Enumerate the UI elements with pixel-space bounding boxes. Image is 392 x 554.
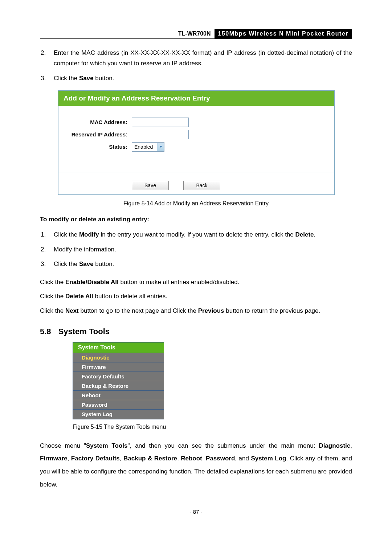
text-fragment: button to go to the next page and Click … [79,307,198,314]
header-rule [40,29,175,39]
menu-item-backup-restore[interactable]: Backup & Restore [73,381,164,391]
text-fragment: Choose menu " [40,442,86,449]
figure-5-14-box: Add or Modify an Address Reservation Ent… [58,90,335,195]
text-fragment: , [68,455,71,462]
text-fragment: button. [94,260,114,267]
section-number: 5.8 [40,327,51,336]
bold-factory-defaults: Factory Defaults [71,455,120,462]
text-fragment: button to delete all entries. [93,293,167,300]
list-number: 2. [41,48,54,69]
text-fragment: Click the [40,279,65,286]
mac-address-label: MAC Address: [58,119,132,125]
text-fragment: . [314,231,316,238]
product-model: TL-WR700N [175,29,215,39]
menu-item-diagnostic[interactable]: Diagnostic [73,353,164,362]
list-text: Modify the information. [54,245,352,255]
system-tools-description: Choose menu "System Tools", and then you… [40,439,352,491]
bold-firmware: Firmware [40,455,68,462]
delete-all-para: Click the Delete All button to delete al… [40,290,352,302]
text-fragment: Click the [54,260,79,267]
menu-item-reboot[interactable]: Reboot [73,391,164,400]
bold-save: Save [79,75,94,82]
text-fragment: in the entry you want to modify. If you … [99,231,295,238]
product-desc: 150Mbps Wireless N Mini Pocket Router [215,29,352,39]
list-text: Click the Save button. [54,259,352,270]
text-fragment: Click the [40,293,65,300]
bold-enable-disable-all: Enable/Disable All [65,279,119,286]
text-fragment: button to return the previous page. [224,307,320,314]
text-fragment: , and [235,455,251,462]
menu-title: System Tools [73,342,164,353]
reserved-ip-row: Reserved IP Address: [58,128,334,141]
list-number: 3. [41,259,54,270]
text-fragment: Click the [40,307,65,314]
status-label: Status: [58,144,132,150]
modify-delete-heading: To modify or delete an existing entry: [40,216,352,223]
reserved-ip-input[interactable] [132,130,189,139]
bold-system-log: System Log [251,455,286,462]
bold-modify: Modify [79,231,99,238]
status-row: Status: Enabled [58,141,334,153]
next-previous-para: Click the Next button to go to the next … [40,305,352,317]
list-item: 2. Modify the information. [41,245,352,255]
text-fragment: button. [94,75,114,82]
page: TL-WR700N 150Mbps Wireless N Mini Pocket… [0,0,392,554]
mac-address-row: MAC Address: [58,116,334,128]
list-text: Enter the MAC address (in XX-XX-XX-XX-XX… [54,48,352,69]
bold-reboot: Reboot [181,455,202,462]
page-number: - 87 - [40,509,352,515]
bold-system-tools: System Tools [86,442,127,449]
figure-5-15-caption: Figure 5-15 The System Tools menu [73,424,352,430]
reserved-ip-label: Reserved IP Address: [58,131,132,138]
modify-steps-list: 1. Click the Modify in the entry you wan… [40,230,352,270]
text-fragment: , [177,455,181,462]
text-fragment: Click the [54,231,79,238]
bold-previous: Previous [198,307,224,314]
list-item: 1. Click the Modify in the entry you wan… [41,230,352,240]
status-value: Enabled [134,144,153,150]
enable-disable-para: Click the Enable/Disable All button to m… [40,276,352,288]
bold-delete-all: Delete All [65,293,93,300]
bold-password: Password [206,455,235,462]
text-fragment: , [202,455,206,462]
section-5-8-heading: 5.8System Tools [40,327,352,336]
text-fragment: ", and then you can see the submenus und… [128,442,319,449]
list-item: 3. Click the Save button. [41,259,352,270]
list-text: Click the Modify in the entry you want t… [54,230,352,240]
figure-title: Add or Modify an Address Reservation Ent… [58,91,334,106]
steps-list-top: 2. Enter the MAC address (in XX-XX-XX-XX… [40,48,352,84]
bold-next: Next [65,307,79,314]
list-item: 2. Enter the MAC address (in XX-XX-XX-XX… [41,48,352,69]
text-fragment: button to make all entries enabled/disab… [119,279,240,286]
figure-5-14-caption: Figure 5-14 Add or Modify an Address Res… [40,200,352,207]
list-item: 3. Click the Save button. [41,73,352,84]
list-number: 3. [41,73,54,84]
chevron-down-icon [157,143,164,151]
bold-diagnostic: Diagnostic [319,442,350,449]
text-fragment: Click the [54,75,79,82]
list-number: 1. [41,230,54,240]
bold-delete: Delete [295,231,314,238]
status-select[interactable]: Enabled [132,142,164,152]
list-text: Click the Save button. [54,73,352,84]
mac-address-input[interactable] [132,118,189,127]
back-button[interactable]: Back [183,181,220,190]
bold-backup-restore: Backup & Restore [123,455,177,462]
figure-button-row: Save Back [58,172,334,194]
page-header: TL-WR700N 150Mbps Wireless N Mini Pocket… [40,29,352,39]
menu-item-factory-defaults[interactable]: Factory Defaults [73,372,164,381]
list-number: 2. [41,245,54,255]
section-title: System Tools [58,327,110,336]
system-tools-menu: System Tools Diagnostic Firmware Factory… [73,342,164,419]
text-fragment: , [350,442,352,449]
menu-item-password[interactable]: Password [73,400,164,410]
bold-save: Save [79,260,94,267]
text-fragment: , [120,455,123,462]
save-button[interactable]: Save [132,181,169,190]
menu-item-firmware[interactable]: Firmware [73,362,164,372]
menu-item-system-log[interactable]: System Log [73,410,164,419]
